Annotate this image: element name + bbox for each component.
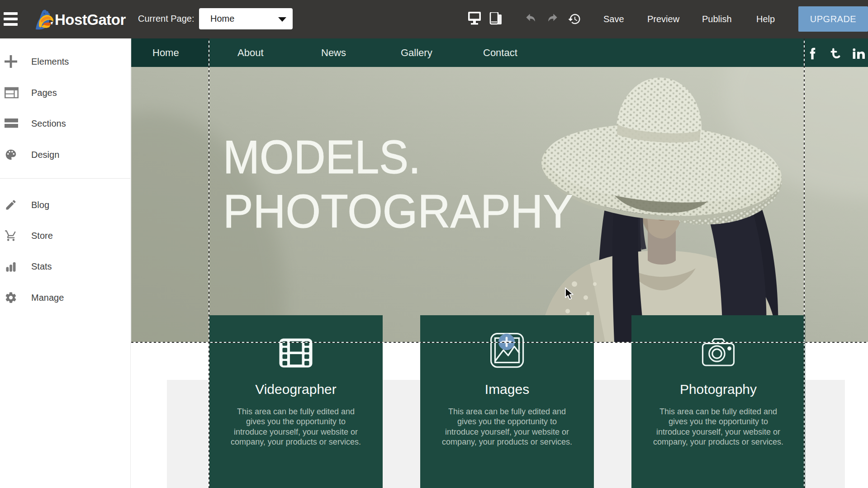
svg-text:MODELS.: MODELS. — [223, 131, 421, 183]
svg-text:PHOTOGRAPHY: PHOTOGRAPHY — [223, 185, 573, 237]
